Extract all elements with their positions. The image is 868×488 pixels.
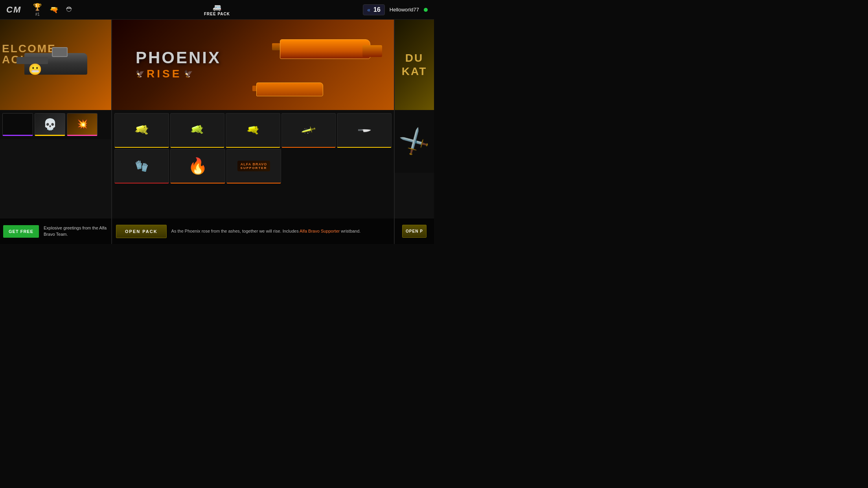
nav-gun-item[interactable]: 🔫 [50,6,58,14]
helmet-icon: ⛑ [66,6,73,14]
grid-cell-smg[interactable]: 🔫 [114,113,169,148]
right-panel-partial: DU KAT ⚔️ OPEN P [395,20,434,244]
free-pack-label: FREE PACK [204,12,230,16]
grid-row-2: 🧤 🔥 ALFA BRAVO SUPPORTER [114,149,392,183]
og-stock [362,45,382,57]
rifle-icon: 🔫 [189,122,206,139]
phoenix-title-line2: RISE [147,68,182,80]
thumb-explosion-icon: 💥 [67,114,97,135]
center-desc-text: As the Phoenix rose from the ashes, toge… [171,229,300,233]
phoenix-wing-bar: 🦅 RISE 🦅 [136,68,193,80]
nav-icons-group: 🏆 #1 🔫 ⛑ [33,3,363,17]
thumb-skull-icon: 💀 [35,114,65,135]
gun-scope [52,47,68,57]
smg-icon: 🔫 [133,122,151,139]
wing-right-icon: 🦅 [184,70,193,78]
katana-icon: ⚔️ [399,126,430,157]
phoenix-title-group: PHOENIX 🦅 RISE 🦅 [136,50,221,80]
phoenix-gun-visual [252,24,386,106]
grid-cell-supporter[interactable]: ALFA BRAVO SUPPORTER [226,149,281,183]
get-free-button[interactable]: GET FREE [3,225,39,238]
center-panel-footer: OPEN PACK As the Phoenix rose from the a… [112,218,394,244]
app-logo: CM [6,5,21,15]
gun-icon: 🔫 [50,6,58,14]
nav-free-pack[interactable]: 🚐 FREE PACK [204,3,230,16]
orange-gun-sub [252,79,331,102]
supporter-badge: ALFA BRAVO SUPPORTER [237,161,270,171]
right-title-partial: DU KAT [395,51,434,78]
thumbnail-strip: 💀 💥 [0,110,111,139]
center-description: As the Phoenix rose from the ashes, toge… [171,228,390,235]
nav-right-group: « 16 Helloworld77 [363,4,428,15]
pistol-icon: 🔫 [246,123,260,137]
right-banner: DU KAT [395,20,434,110]
thumb-item-explosion[interactable]: 💥 [67,113,97,136]
right-open-pack-button[interactable]: OPEN P [402,225,427,238]
thumb-dark-bg [3,114,33,135]
left-panel-footer: GET FREE Explosive greetings from the Al… [0,218,111,244]
grid-row-1: 🔫 🔫 🔫 🗡️ 🔪 [114,113,392,148]
online-status-dot [424,8,428,12]
grid-cell-phoenix[interactable]: 🔥 [170,149,225,183]
item-grid: 🔫 🔫 🔫 🗡️ 🔪 🧤 [112,110,394,218]
top-navigation: CM 🏆 #1 🔫 ⛑ 🚐 FREE PACK « 16 Helloworld7… [0,0,434,20]
grid-cell-pistol-rifle[interactable]: 🔫 [170,113,225,148]
nav-helmet-item[interactable]: ⛑ [66,6,73,14]
free-pack-icon: 🚐 [213,3,221,12]
right-katana-area: ⚔️ [395,110,434,173]
token-count: 16 [373,6,381,13]
grid-cell-pistol[interactable]: 🔫 [226,113,280,148]
gun-shark-teeth: 😬 [28,63,42,76]
grid-cell-knife[interactable]: 🗡️ [281,113,336,148]
right-panel-footer: OPEN P [395,218,434,244]
orange-gun-main [272,31,382,67]
open-pack-button[interactable]: OPEN PACK [116,225,167,238]
phoenix-title-line1: PHOENIX [136,50,221,66]
rank-label: #1 [35,12,40,17]
welcome-gun-visual: 😬 [17,41,95,88]
blade-icon: 🔪 [357,123,371,138]
phoenix-icon: 🔥 [188,157,208,175]
knife-icon: 🗡️ [301,123,316,138]
thumb-item-dark[interactable] [2,113,33,136]
welcome-banner: ELCOME ACK 😬 [0,20,111,110]
supporter-highlight-link[interactable]: Alfa Bravo Supporter [300,229,340,233]
og-body [280,39,370,59]
grid-cell-empty-1 [282,149,336,183]
username-label: Helloworld77 [390,7,419,13]
phoenix-banner: PHOENIX 🦅 RISE 🦅 [112,20,394,110]
chevron-left-icon: « [367,7,370,13]
center-desc-suffix: wristband. [340,229,360,233]
grid-cell-blade[interactable]: 🔪 [337,113,392,148]
thumb-item-skull[interactable]: 💀 [35,113,65,136]
nav-rank-item[interactable]: 🏆 #1 [33,3,42,17]
left-panel-description: Explosive greetings from the Alfa Bravo … [44,225,108,237]
main-content-area: ELCOME ACK 😬 💀 💥 GET FREE Explos [0,20,434,244]
center-panel-phoenix: PHOENIX 🦅 RISE 🦅 [112,20,395,244]
left-panel-welcome: ELCOME ACK 😬 💀 💥 GET FREE Explos [0,20,112,244]
trophy-icon: 🏆 [33,3,42,11]
token-counter[interactable]: « 16 [363,4,385,15]
grid-cell-glove[interactable]: 🧤 [114,149,169,183]
wing-left-icon: 🦅 [136,70,144,78]
ogsub-body [256,83,323,96]
grid-cell-empty-2 [338,149,392,183]
glove-icon: 🧤 [135,160,149,172]
